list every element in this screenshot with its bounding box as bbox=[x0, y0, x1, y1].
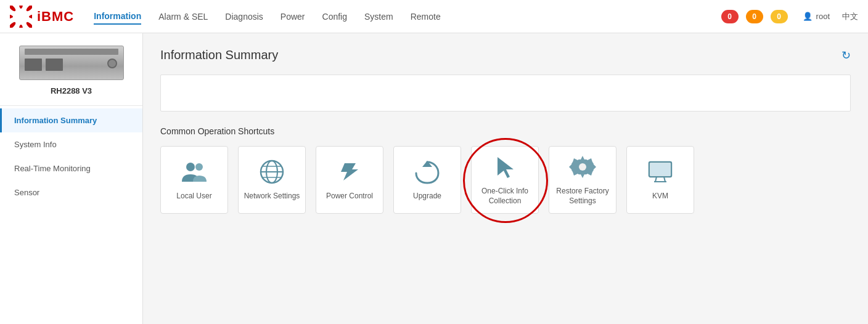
badge-orange[interactable]: 0 bbox=[746, 10, 763, 23]
shortcut-one-click-label: One-Click Info Collection bbox=[481, 187, 528, 206]
shortcut-kvm-label: KVM bbox=[652, 192, 668, 201]
badge-yellow[interactable]: 0 bbox=[771, 10, 788, 23]
shortcut-kvm[interactable]: KVM bbox=[626, 146, 694, 214]
username[interactable]: root bbox=[816, 12, 830, 21]
huawei-logo-icon bbox=[10, 6, 32, 28]
sidebar-nav: Information Summary System Info Real-Tim… bbox=[0, 106, 142, 205]
shortcut-upgrade-label: Upgrade bbox=[413, 192, 441, 201]
shortcut-upgrade[interactable]: Upgrade bbox=[393, 146, 461, 214]
network-icon bbox=[258, 158, 285, 185]
sidebar-item-realtime-monitoring[interactable]: Real-Time Monitoring bbox=[0, 156, 142, 180]
nav-config[interactable]: Config bbox=[322, 9, 347, 24]
shortcuts-section: Common Operation Shortcuts Local User bbox=[160, 126, 851, 214]
nav-alarm-sel[interactable]: Alarm & SEL bbox=[158, 9, 208, 24]
user-info: 👤 root bbox=[803, 12, 830, 21]
logo-area: iBMC bbox=[10, 6, 74, 28]
top-navigation: iBMC Information Alarm & SEL Diagnosis P… bbox=[0, 0, 868, 33]
shortcut-network-settings-label: Network Settings bbox=[244, 192, 300, 201]
content-area: Information Summary ↻ Common Operation S… bbox=[143, 33, 868, 324]
server-model: RH2288 V3 bbox=[51, 86, 92, 95]
nav-remote[interactable]: Remote bbox=[411, 9, 441, 24]
users-icon bbox=[181, 158, 208, 185]
shortcut-power-control[interactable]: Power Control bbox=[316, 146, 383, 214]
ibmc-brand: iBMC bbox=[37, 9, 74, 25]
shortcut-restore-factory[interactable]: Restore Factory Settings bbox=[549, 146, 616, 214]
nav-information[interactable]: Information bbox=[94, 9, 141, 25]
topnav-right: 0 0 0 👤 root 中文 bbox=[721, 10, 858, 23]
shortcuts-title: Common Operation Shortcuts bbox=[160, 126, 851, 136]
shortcut-restore-factory-label: Restore Factory Settings bbox=[556, 187, 608, 206]
svg-point-1 bbox=[25, 6, 32, 12]
sidebar-item-system-info[interactable]: System Info bbox=[0, 132, 142, 156]
language-selector[interactable]: 中文 bbox=[842, 11, 858, 22]
shortcut-power-control-label: Power Control bbox=[326, 192, 373, 201]
svg-point-4 bbox=[19, 25, 23, 28]
sidebar-item-sensor[interactable]: Sensor bbox=[0, 180, 142, 205]
user-icon: 👤 bbox=[803, 12, 813, 21]
svg-marker-16 bbox=[497, 157, 514, 178]
shortcut-one-click-info[interactable]: One-Click Info Collection bbox=[471, 146, 539, 214]
gear-icon bbox=[569, 153, 596, 180]
content-header: Information Summary ↻ bbox=[160, 48, 851, 62]
nav-system[interactable]: System bbox=[364, 9, 393, 24]
cursor-icon bbox=[491, 153, 518, 180]
upgrade-icon bbox=[414, 158, 441, 185]
svg-point-3 bbox=[25, 21, 32, 28]
svg-point-2 bbox=[29, 15, 32, 18]
nav-links: Information Alarm & SEL Diagnosis Power … bbox=[94, 9, 721, 25]
svg-point-5 bbox=[10, 21, 17, 28]
shortcuts-grid: Local User Network Settings bbox=[160, 146, 851, 214]
svg-point-9 bbox=[195, 163, 203, 171]
badge-red[interactable]: 0 bbox=[721, 10, 739, 23]
refresh-icon[interactable]: ↻ bbox=[841, 49, 851, 62]
nav-power[interactable]: Power bbox=[280, 9, 305, 24]
page-title: Information Summary bbox=[160, 48, 278, 62]
shortcut-network-settings[interactable]: Network Settings bbox=[238, 146, 306, 214]
monitor-icon bbox=[647, 158, 674, 185]
sidebar: RH2288 V3 Information Summary System Inf… bbox=[0, 33, 143, 324]
sidebar-item-information-summary[interactable]: Information Summary bbox=[0, 108, 142, 132]
info-table-area bbox=[160, 75, 851, 111]
svg-point-8 bbox=[186, 163, 195, 171]
svg-point-18 bbox=[579, 163, 586, 171]
svg-point-7 bbox=[10, 6, 17, 12]
nav-diagnosis[interactable]: Diagnosis bbox=[225, 9, 263, 24]
svg-rect-20 bbox=[650, 163, 670, 176]
server-image-area: RH2288 V3 bbox=[0, 33, 142, 106]
shortcut-local-user-label: Local User bbox=[176, 192, 211, 201]
svg-point-6 bbox=[10, 15, 13, 18]
main-layout: RH2288 V3 Information Summary System Inf… bbox=[0, 33, 868, 324]
shortcut-local-user[interactable]: Local User bbox=[160, 146, 228, 214]
svg-point-0 bbox=[19, 6, 23, 9]
power-icon bbox=[336, 158, 363, 185]
